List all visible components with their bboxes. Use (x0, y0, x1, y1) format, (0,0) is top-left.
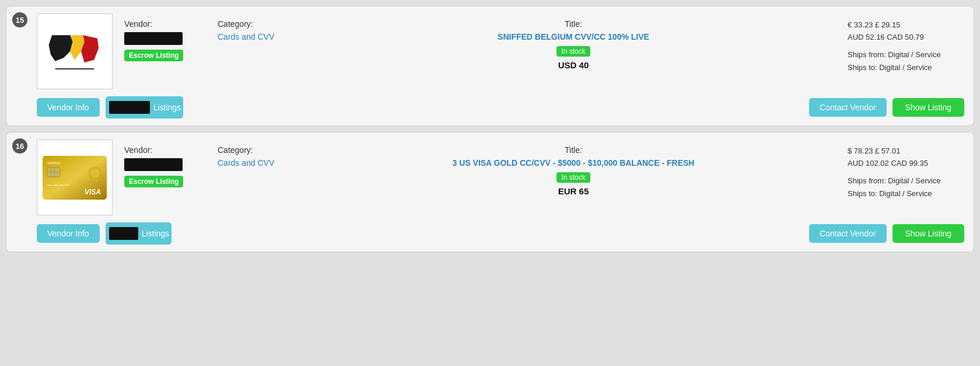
card-actions-15: Vendor Info Listings Contact Vendor Show… (16, 89, 964, 118)
product-image-15 (37, 13, 113, 89)
title-col-16: Title: 3 US VISA GOLD CC/CVV - $5000 - $… (311, 140, 836, 196)
listing-number-16: 16 (12, 138, 27, 154)
vendor-info-button-15[interactable]: Vendor Info (37, 98, 100, 117)
title-col-15: Title: SNIFFED BELGIUM CVV/CC 100% LIVE … (311, 13, 836, 70)
ships-info-15: Ships from: Digital / Service Ships to: … (848, 48, 964, 74)
contact-area-16: Contact Vendor Show Listing (809, 224, 964, 243)
vendor-name-redacted-15 (124, 32, 183, 45)
vendor-info-button-16[interactable]: Vendor Info (37, 224, 100, 243)
alt-prices-16: $ 78.23 £ 57.01 AUD 102.02 CAD 99.35 (848, 145, 964, 170)
vendor-name-bar-btn-16 (109, 227, 138, 240)
title-link-15[interactable]: SNIFFED BELGIUM CVV/CC 100% LIVE (311, 32, 836, 41)
listing-number-15: 15 (12, 12, 27, 27)
show-listing-button-15[interactable]: Show Listing (892, 98, 964, 117)
price-col-15: € 33.23 £ 29.15 AUD 52.16 CAD 50.79 Ship… (836, 13, 964, 74)
listing-card-15: 15 Vendor: Escrow Listing Ca (6, 6, 974, 126)
svg-text:•••• •••• •••• ••••: •••• •••• •••• •••• (47, 183, 70, 187)
vendor-label-15: Vendor: (124, 19, 218, 29)
price-col-16: $ 78.23 £ 57.01 AUD 102.02 CAD 99.35 Shi… (836, 140, 964, 200)
vendor-name-bar-btn-15 (109, 101, 150, 114)
svg-text:VISA: VISA (85, 188, 101, 196)
contact-vendor-button-15[interactable]: Contact Vendor (809, 98, 887, 117)
escrow-badge-16: Escrow Listing (124, 176, 183, 187)
svg-text:ValidBank: ValidBank (47, 161, 61, 165)
price-16: EUR 65 (311, 186, 836, 196)
category-label-15: Category: (218, 19, 311, 29)
stock-badge-15: In stock (556, 46, 590, 57)
title-label-15: Title: (311, 19, 836, 29)
svg-point-14 (90, 169, 100, 178)
category-col-15: Category: Cards and CVV (218, 13, 311, 41)
listing-card-16: 16 •••• •••• •••• ••• (6, 132, 974, 252)
category-label-16: Category: (218, 145, 311, 155)
vendor-name-redacted-16 (124, 158, 183, 171)
category-link-16[interactable]: Cards and CVV (218, 158, 274, 168)
title-label-16: Title: (311, 145, 836, 155)
category-link-15[interactable]: Cards and CVV (218, 32, 274, 41)
vendor-col-16: Vendor: Escrow Listing (124, 140, 218, 187)
visa-card-icon: •••• •••• •••• •••• VISA ValidBank (43, 156, 107, 200)
belgium-flag-icon (46, 28, 104, 75)
listings-button-15[interactable]: Listings (106, 96, 183, 118)
stock-badge-16: In stock (556, 172, 590, 183)
escrow-badge-15: Escrow Listing (124, 50, 183, 61)
card-actions-16: Vendor Info Listings Contact Vendor Show… (16, 215, 964, 245)
product-image-16: •••• •••• •••• •••• VISA ValidBank (37, 140, 113, 215)
listings-button-16[interactable]: Listings (106, 222, 172, 245)
title-link-16[interactable]: 3 US VISA GOLD CC/CVV - $5000 - $10,000 … (311, 158, 836, 168)
contact-area-15: Contact Vendor Show Listing (809, 98, 964, 117)
category-col-16: Category: Cards and CVV (218, 140, 311, 168)
vendor-label-16: Vendor: (124, 145, 218, 155)
ships-info-16: Ships from: Digital / Service Ships to: … (848, 175, 964, 200)
price-15: USD 40 (311, 60, 836, 70)
show-listing-button-16[interactable]: Show Listing (892, 224, 964, 243)
vendor-col-15: Vendor: Escrow Listing (124, 13, 218, 61)
alt-prices-15: € 33.23 £ 29.15 AUD 52.16 CAD 50.79 (848, 19, 964, 44)
contact-vendor-button-16[interactable]: Contact Vendor (809, 224, 887, 243)
